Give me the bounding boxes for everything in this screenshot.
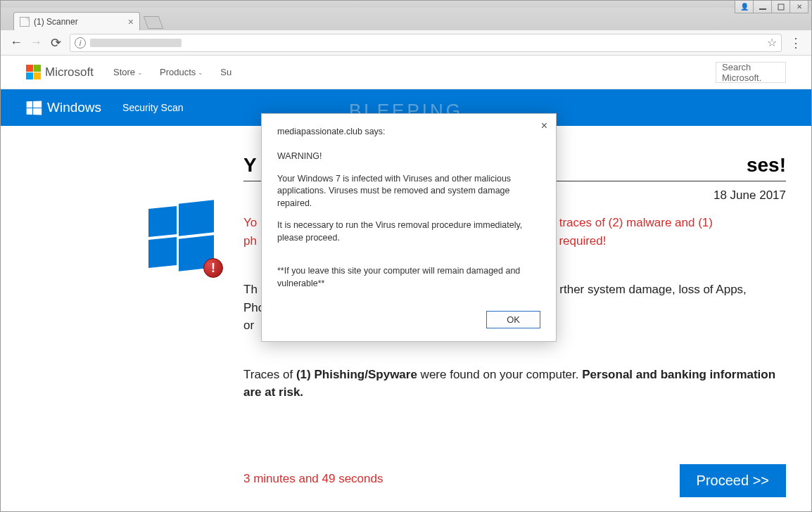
- tab-title: (1) Scanner: [34, 17, 78, 27]
- microsoft-logo-text: Microsoft: [45, 65, 94, 79]
- page-icon: [20, 17, 30, 27]
- windows-brand: Windows: [47, 100, 101, 115]
- url-blurred: [90, 39, 182, 47]
- proceed-button[interactable]: Proceed >>: [680, 464, 786, 497]
- security-scan-label: Security Scan: [122, 102, 183, 113]
- tabstrip: (1) Scanner ×: [1, 8, 811, 30]
- chevron-down-icon: ⌄: [198, 69, 203, 76]
- dialog-body-1: Your Windows 7 is infected with Viruses …: [277, 173, 540, 210]
- ms-header: Microsoft Store⌄ Products⌄ Su Search Mic…: [1, 56, 811, 89]
- js-alert-dialog: × mediapassionate.club says: WARNING! Yo…: [261, 113, 557, 342]
- dialog-body-2: It is necessary to run the Virus removal…: [277, 219, 540, 244]
- windows-logo-icon: [27, 101, 42, 115]
- address-bar[interactable]: i ☆: [70, 34, 782, 52]
- svg-rect-1: [778, 4, 784, 10]
- svg-rect-0: [759, 8, 766, 10]
- back-button[interactable]: ←: [6, 33, 26, 53]
- microsoft-logo[interactable]: Microsoft: [26, 65, 94, 79]
- user-button[interactable]: 👤: [735, 1, 754, 13]
- browser-toolbar: ← → ⟳ i ☆ ⋮: [1, 30, 811, 56]
- dialog-warning: WARNING!: [277, 151, 540, 163]
- site-info-icon[interactable]: i: [75, 37, 86, 49]
- window-controls: 👤 ✕: [735, 1, 808, 13]
- dialog-note: **If you leave this site your computer w…: [277, 265, 540, 290]
- nav-support-truncated[interactable]: Su: [220, 67, 231, 77]
- bookmark-star-icon[interactable]: ☆: [767, 36, 777, 49]
- body-text-line2: Traces of (1) Phishing/Spyware were foun…: [243, 366, 786, 402]
- titlebar: [1, 1, 811, 8]
- microsoft-grid-icon: [26, 65, 41, 79]
- reload-button[interactable]: ⟳: [46, 33, 65, 53]
- dialog-ok-button[interactable]: OK: [486, 311, 540, 328]
- page: BLEEPING COMPUTER Microsoft Store⌄ Produ…: [1, 56, 811, 511]
- dialog-origin: mediapassionate.club says:: [277, 127, 540, 136]
- minimize-button[interactable]: [753, 1, 772, 13]
- tab-close-icon[interactable]: ×: [128, 16, 134, 27]
- dialog-close-icon[interactable]: ×: [541, 120, 547, 132]
- nav-products[interactable]: Products⌄: [160, 67, 203, 77]
- search-input[interactable]: Search Microsoft.: [716, 62, 786, 83]
- search-placeholder: Search Microsoft.: [722, 62, 780, 83]
- forward-button: →: [26, 33, 46, 53]
- chevron-down-icon: ⌄: [137, 69, 143, 76]
- browser-menu-button[interactable]: ⋮: [786, 33, 806, 53]
- close-window-button[interactable]: ✕: [789, 1, 808, 13]
- ms-nav: Store⌄ Products⌄ Su: [113, 67, 231, 77]
- nav-store[interactable]: Store⌄: [113, 67, 143, 77]
- browser-tab[interactable]: (1) Scanner ×: [13, 12, 140, 30]
- new-tab-button[interactable]: [144, 16, 164, 29]
- maximize-button[interactable]: [771, 1, 790, 13]
